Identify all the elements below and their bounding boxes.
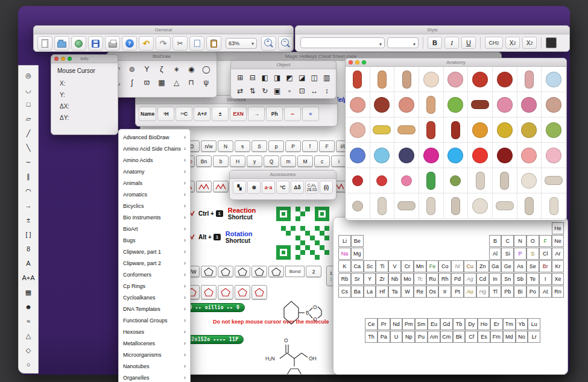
temperature-button[interactable]: °C [276,181,289,194]
hotkey-key[interactable]: c [314,155,330,167]
stretch-vertical-icon[interactable]: ↕ [321,84,334,98]
settings-gear-button[interactable]: ⊛ [247,181,261,194]
element-cell[interactable]: Mo [401,273,414,285]
anatomy-item[interactable] [468,143,493,168]
subscript-button[interactable]: X2 [505,37,520,49]
flip-horizontal-icon[interactable]: ⇄ [234,84,247,98]
zoom-out-button[interactable] [278,36,293,51]
arrow-tool[interactable]: → [21,198,36,213]
element-cell[interactable]: As [514,260,526,272]
menu-item[interactable]: Anatomy [119,166,190,177]
redo-button[interactable] [156,36,171,51]
pentagon-template-key[interactable] [251,266,267,277]
element-cell[interactable]: Cf [465,331,478,343]
anatomy-item[interactable] [419,168,444,193]
anatomy-item[interactable] [444,143,469,168]
paste-button[interactable] [206,36,221,51]
traffic-light-icon[interactable] [68,57,72,61]
hotkey-key[interactable]: m [280,155,296,167]
anatomy-item[interactable] [370,117,395,143]
receptor-icon[interactable]: ψ [198,76,213,89]
element-cell[interactable]: Es [478,331,490,343]
anatomy-item[interactable] [370,92,395,117]
element-cell[interactable]: Yb [516,318,528,330]
menu-item[interactable]: Clipware, part 1 [119,246,190,257]
bond-order-key[interactable]: 2 [306,266,321,277]
element-cell[interactable]: Os [426,286,439,298]
element-cell[interactable]: Sr [351,273,364,285]
element-cell[interactable]: V [388,260,401,272]
zoom-tool[interactable]: ◎ [21,68,36,83]
element-cell[interactable]: Sm [415,318,428,330]
element-cell[interactable]: Br [539,260,552,272]
new-document-button[interactable] [37,36,52,51]
element-cell[interactable]: Ge [501,260,514,272]
superscript-button[interactable]: X2 [522,37,537,49]
atom-label-swap-button[interactable]: a·a [262,181,275,194]
element-cell[interactable]: Au [464,286,476,298]
anatomy-item[interactable] [468,67,493,92]
lasso-tool[interactable]: ◡ [21,83,36,97]
templates-button[interactable] [71,36,86,51]
bond-tool[interactable]: ╲ [21,140,36,155]
accessories-palette-titlebar[interactable]: Accessories [230,171,336,179]
table-tool[interactable]: ▦ [21,285,36,299]
structure-hotkey-key[interactable] [213,181,229,192]
biodraw-palette-titlebar[interactable]: BioDraw [107,52,217,61]
pentagon-template-key[interactable] [218,266,233,277]
hotkey-key[interactable]: N [218,140,233,152]
element-cell[interactable]: Sb [514,273,526,285]
anatomy-item[interactable] [517,193,542,219]
anatomy-item[interactable] [444,117,469,143]
anatomy-item[interactable] [493,143,517,168]
element-cell[interactable]: Fm [490,331,503,343]
hotkey-key[interactable]: Q [264,155,279,167]
element-cell[interactable]: Rb [338,273,351,285]
element-cell[interactable]: Am [428,331,440,343]
menu-item[interactable]: Microorganisms [119,349,190,360]
structure-hotkey-key[interactable] [196,181,212,192]
element-cell[interactable]: Gd [440,318,453,330]
menu-item[interactable]: Functional Groups [119,315,190,326]
element-cell[interactable]: Ga [489,260,502,272]
menu-item[interactable]: Bicyclics [119,200,190,211]
hotkey-key[interactable]: F [319,140,335,152]
element-cell[interactable]: Pa [378,331,390,343]
menu-item[interactable]: Cycloalkanes [119,292,190,303]
element-cell[interactable]: Np [402,331,415,343]
element-cell[interactable]: Ba [351,286,364,298]
hotkey-key[interactable]: Bn [196,155,212,167]
anatomy-item[interactable] [444,67,469,92]
anatomy-item[interactable] [370,67,395,92]
text-tool[interactable]: A [21,256,36,271]
element-cell[interactable]: Te [526,273,539,285]
element-cell[interactable]: Ne [552,235,564,247]
info-button[interactable]: (i) [320,181,333,194]
marquee-tool[interactable]: □ [21,97,36,111]
anatomy-item[interactable] [394,168,419,193]
element-cell[interactable]: B [489,235,502,247]
anatomy-item[interactable] [542,168,566,193]
pentagon-tool[interactable]: ◇ [21,343,36,357]
hotkey-key[interactable]: p [268,140,284,152]
chain-tool[interactable]: ∼ [21,155,36,169]
print-button[interactable] [105,36,120,51]
pentagon-template-key[interactable] [268,266,284,277]
anatomy-item[interactable] [346,168,370,193]
anatomy-item[interactable] [493,193,517,219]
carbon-nmr-button[interactable]: ¹³C [175,107,192,121]
element-cell[interactable]: Th [365,331,378,343]
virus-icon[interactable]: ◉ [184,63,199,76]
anatomy-item[interactable] [542,92,566,117]
anatomy-item[interactable] [517,143,542,168]
font-size-select[interactable] [387,37,419,48]
pointer-cluster-button[interactable]: ▚ [233,181,246,194]
hotkey-key[interactable]: S [251,140,267,152]
center-horizontal-icon[interactable]: ◫ [308,71,321,84]
element-cell[interactable]: Ir [438,286,451,298]
menu-item[interactable]: Bio Instruments [119,211,190,223]
element-cell[interactable]: Pu [415,331,428,343]
helix-icon[interactable]: ζ [154,63,169,76]
element-cell[interactable]: Tm [503,318,516,330]
liposome-icon[interactable]: △ [169,76,184,89]
